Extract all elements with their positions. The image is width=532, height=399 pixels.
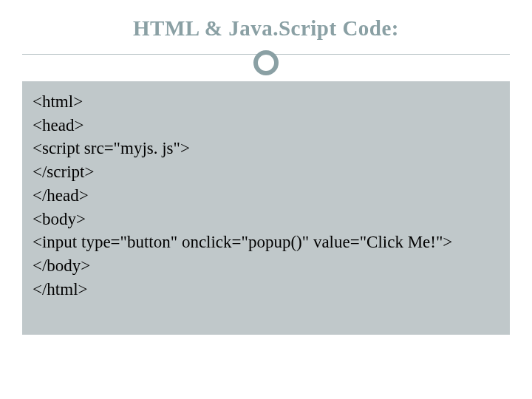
code-line: <head> — [33, 114, 499, 137]
code-box: <html> <head> <script src="myjs. js"> </… — [22, 81, 510, 335]
code-line: <html> — [33, 90, 499, 114]
code-line: </html> — [33, 278, 499, 301]
code-line: <body> — [33, 208, 499, 231]
code-line: <script src="myjs. js"> — [33, 137, 499, 160]
page-title: HTML & Java.Script Code: — [0, 16, 532, 41]
code-line: <input type="button" onclick="popup()" v… — [33, 231, 499, 254]
slide: HTML & Java.Script Code: <html> <head> <… — [0, 0, 532, 399]
title-area: HTML & Java.Script Code: — [0, 0, 532, 55]
code-line: </body> — [33, 254, 499, 278]
circle-icon — [253, 50, 279, 75]
code-line: </head> — [33, 184, 499, 208]
code-line: </script> — [33, 160, 499, 184]
